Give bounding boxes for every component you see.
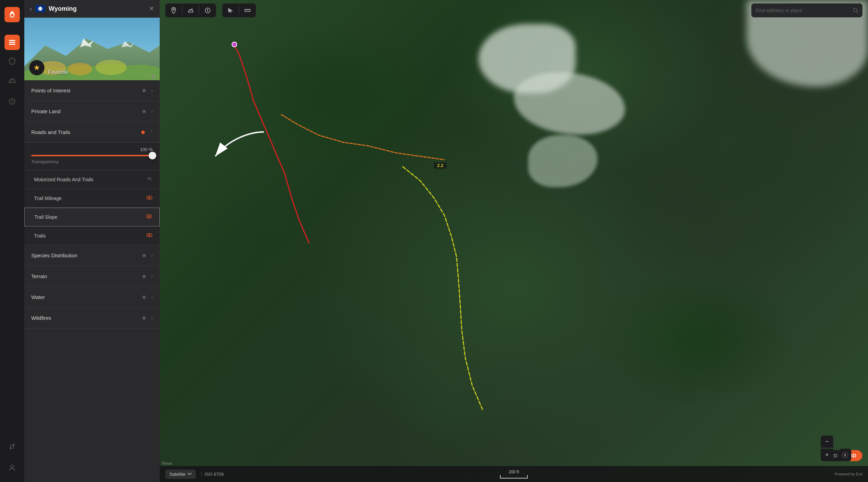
svg-point-28 [207, 10, 208, 11]
panel-header: ‹ Wyoming ✕ [24, 0, 160, 18]
map-tools-right [222, 3, 256, 17]
svg-point-22 [232, 42, 237, 47]
shield-icon[interactable] [5, 53, 20, 69]
svg-rect-1 [9, 40, 15, 41]
maxar-credit: Maxar [162, 461, 173, 465]
layer-item-poi[interactable]: Points of Interest › [24, 80, 160, 101]
map-area[interactable]: 2.2 [160, 0, 868, 482]
sub-layer-name-slope: Trail Slope [34, 214, 145, 220]
compass-icon [842, 451, 849, 458]
favorite-star-button[interactable]: ★ [29, 60, 44, 75]
zoom-in-button[interactable]: + [821, 449, 833, 461]
transparency-percent: 100 % [31, 147, 153, 152]
layer-list: Points of Interest › Private Land › Road… [24, 80, 160, 482]
location-pin-tool[interactable] [165, 3, 182, 17]
hero-image [24, 18, 160, 80]
layer-name-species: Species Distribution [31, 252, 142, 258]
layer-chevron-species: › [151, 253, 153, 258]
svg-text:2.2: 2.2 [437, 163, 443, 168]
layer-item-water[interactable]: Water › [24, 287, 160, 308]
measure-tool[interactable] [239, 3, 256, 17]
logo-icon[interactable] [5, 7, 20, 22]
map-layers-icon[interactable] [5, 35, 20, 50]
layer-chevron-terrain: › [151, 274, 153, 279]
layer-name-wildfires: Wildfires [31, 315, 142, 321]
transparency-slider-thumb[interactable] [149, 152, 156, 159]
search-input[interactable] [756, 8, 850, 13]
layer-item-roads-trails[interactable]: Roads and Trails ˅ [24, 122, 160, 143]
history-icon[interactable] [5, 94, 20, 109]
sub-layer-name-motorized: Motorized Roads And Trails [34, 177, 147, 182]
layer-chevron-water: › [151, 294, 153, 300]
sub-layer-motorized-roads[interactable]: Motorized Roads And Trails [24, 170, 160, 189]
search-icon [853, 8, 858, 13]
user-icon[interactable] [5, 460, 20, 475]
map-bottombar: Satellite ISO 6709 200 ft Powered by Esr… [160, 466, 868, 482]
layer-name-poi: Points of Interest [31, 88, 142, 93]
eye-hidden-icon[interactable] [147, 176, 153, 183]
zoom-out-button[interactable]: − [821, 435, 833, 448]
svg-point-37 [845, 455, 846, 456]
layer-name-roads-trails: Roads and Trails [31, 129, 141, 135]
transparency-slider-fill [31, 155, 153, 156]
compass-button[interactable] [839, 449, 851, 461]
svg-point-26 [173, 9, 175, 10]
layer-name-private-land: Private Land [31, 108, 142, 114]
hero-chevron-icon[interactable]: › [149, 73, 150, 78]
esri-credit: Powered by Esri [835, 472, 862, 476]
compass-tool[interactable] [199, 3, 216, 17]
svg-rect-2 [9, 42, 15, 43]
layer-item-species[interactable]: Species Distribution › [24, 245, 160, 266]
svg-point-21 [149, 234, 150, 236]
svg-line-35 [857, 11, 858, 13]
layer-item-wildfires[interactable]: Wildfires › [24, 308, 160, 329]
svg-point-0 [11, 14, 14, 17]
sub-layer-trail-mileage[interactable]: Trail Mileage [24, 189, 160, 208]
layer-chevron-wildfires: › [151, 315, 153, 321]
cursor-tool[interactable] [222, 3, 239, 17]
layer-dot-terrain [142, 275, 146, 278]
map-trails-svg: 2.2 [160, 0, 868, 482]
layer-dot-private-land [142, 110, 146, 113]
svg-rect-10 [39, 8, 42, 9]
eye-visible-icon-trails[interactable] [146, 232, 153, 239]
layer-chevron-private-land: › [151, 109, 153, 114]
svg-point-14 [95, 60, 127, 75]
chevron-down-icon [187, 473, 192, 475]
panel-title: Wyoming [49, 5, 145, 13]
left-sidebar [0, 0, 24, 482]
sub-layer-trail-slope[interactable]: Trail Slope [24, 208, 160, 226]
svg-point-5 [11, 465, 14, 468]
transfer-icon[interactable] [5, 439, 20, 454]
eye-visible-icon-mileage[interactable] [146, 195, 153, 202]
svg-point-13 [68, 63, 92, 75]
layer-item-private-land[interactable]: Private Land › [24, 101, 160, 122]
iso-label: ISO 6709 [201, 472, 226, 477]
scale-bar [500, 475, 528, 479]
close-button[interactable]: ✕ [149, 5, 154, 13]
eye-visible-icon-slope[interactable] [145, 214, 152, 221]
transparency-slider-track[interactable] [31, 155, 153, 156]
transparency-label: Transparency [31, 159, 153, 164]
favorite-label: Favorite [48, 69, 68, 75]
panel-hero: ★ Favorite › [24, 18, 160, 80]
map-search-bar[interactable] [751, 3, 862, 17]
svg-rect-29 [245, 9, 250, 11]
mountain-icon[interactable] [5, 72, 20, 88]
map-tools-left [165, 3, 216, 17]
layer-dot-water [142, 296, 146, 299]
elevation-tool[interactable] [182, 3, 199, 17]
back-button[interactable]: ‹ [30, 5, 32, 13]
panel-sidebar: ‹ Wyoming ✕ [24, 0, 160, 482]
satellite-label: Satellite [169, 472, 185, 477]
layer-item-terrain[interactable]: Terrain › [24, 266, 160, 287]
sub-layer-name-trails: Trails [34, 233, 146, 239]
svg-point-19 [148, 216, 150, 217]
layer-dot-roads-trails [141, 131, 145, 134]
layer-chevron-poi: › [151, 88, 153, 93]
layer-name-terrain: Terrain [31, 273, 142, 279]
scale-label: 200 ft [509, 469, 519, 474]
sub-layer-name-mileage: Trail Mileage [34, 196, 146, 201]
sub-layer-trails[interactable]: Trails [24, 226, 160, 245]
basemap-selector[interactable]: Satellite [165, 469, 196, 479]
